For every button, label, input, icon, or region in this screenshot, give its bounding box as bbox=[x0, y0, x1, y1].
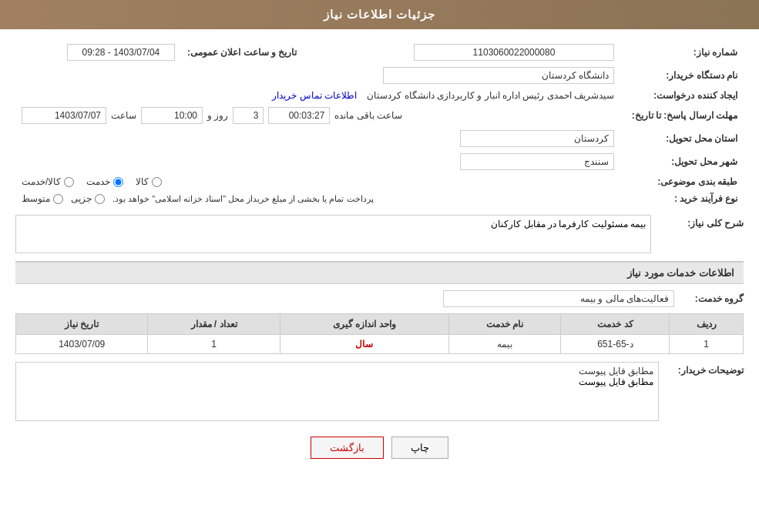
response-deadline-label: مهلت ارسال پاسخ: تا تاریخ: bbox=[620, 104, 744, 127]
info-row-6: شهر محل تحویل: bbox=[15, 150, 744, 173]
contact-link[interactable]: اطلاعات تماس خریدار bbox=[272, 90, 357, 101]
city-value bbox=[15, 150, 620, 173]
process-note: پرداخت تمام یا بخشی از مبلغ خریداز محل "… bbox=[113, 194, 374, 204]
process-medium-radio[interactable] bbox=[53, 194, 63, 204]
buyer-notes-textarea[interactable] bbox=[21, 376, 653, 415]
need-number-input[interactable] bbox=[414, 44, 614, 61]
need-number-value bbox=[327, 41, 620, 64]
date-label: تاریخ و ساعت اعلان عمومی: bbox=[181, 41, 304, 64]
category-goods-radio[interactable] bbox=[152, 177, 162, 187]
col-name: نام خدمت bbox=[449, 314, 561, 335]
category-both-label: کالا/خدمت bbox=[22, 176, 61, 187]
response-time-label: ساعت bbox=[111, 110, 136, 121]
info-row-1: شماره نیاز: تاریخ و ساعت اعلان عمومی: bbox=[15, 41, 744, 64]
col-quantity: تعداد / مقدار bbox=[148, 314, 280, 335]
services-table: ردیف کد خدمت نام خدمت واحد اندازه گیری ت… bbox=[15, 313, 744, 354]
need-number-label: شماره نیاز: bbox=[620, 41, 744, 64]
response-days-input[interactable] bbox=[233, 107, 264, 124]
print-button[interactable]: چاپ bbox=[391, 437, 448, 459]
creator-name: سیدشریف احمدی رئیس اداره انبار و کاربردا… bbox=[367, 90, 614, 101]
col-row: ردیف bbox=[670, 314, 744, 335]
category-both-item: کالا/خدمت bbox=[22, 176, 74, 187]
info-row-7: طبقه بندی موضوعی: کالا/خدمت خدمت کالا bbox=[15, 173, 744, 190]
buyer-notes-label: توضیحات خریدار: bbox=[659, 362, 744, 376]
date-input[interactable] bbox=[67, 44, 175, 61]
service-group-input[interactable] bbox=[443, 290, 674, 307]
info-row-5: استان محل تحویل: bbox=[15, 127, 744, 150]
cell-date: 1403/07/09 bbox=[16, 335, 148, 354]
need-description-row: شرح کلی نیاز: bbox=[15, 215, 744, 253]
remaining-time-label: ساعت باقی مانده bbox=[334, 110, 402, 121]
buyer-name-value bbox=[15, 64, 620, 87]
content-area: شماره نیاز: تاریخ و ساعت اعلان عمومی: نا… bbox=[0, 29, 759, 470]
process-medium-item: متوسط bbox=[22, 193, 63, 204]
need-description-textarea[interactable] bbox=[15, 215, 651, 253]
cell-row: 1 bbox=[670, 335, 744, 354]
buyer-name-input[interactable] bbox=[383, 67, 614, 84]
response-days-label: روز و bbox=[207, 110, 228, 121]
date-value bbox=[15, 41, 181, 64]
response-deadline-value: ساعت روز و ساعت باقی مانده bbox=[15, 104, 620, 127]
need-description-label: شرح کلی نیاز: bbox=[651, 215, 744, 229]
cell-quantity: 1 bbox=[148, 335, 280, 354]
info-row-8: نوع فرآیند خرید : متوسط جزیی پرداخت تمام… bbox=[15, 190, 744, 207]
col-unit: واحد اندازه گیری bbox=[280, 314, 448, 335]
service-group-label: گروه خدمت: bbox=[674, 293, 744, 304]
info-row-3: ایجاد کننده درخواست: سیدشریف احمدی رئیس … bbox=[15, 87, 744, 104]
col-date: تاریخ نیاز bbox=[16, 314, 148, 335]
province-value bbox=[15, 127, 620, 150]
page-title: جزئیات اطلاعات نیاز bbox=[324, 8, 435, 21]
info-table: شماره نیاز: تاریخ و ساعت اعلان عمومی: نا… bbox=[15, 41, 744, 207]
city-label: شهر محل تحویل: bbox=[620, 150, 744, 173]
province-label: استان محل تحویل: bbox=[620, 127, 744, 150]
category-label: طبقه بندی موضوعی: bbox=[620, 173, 744, 190]
category-service-radio[interactable] bbox=[113, 177, 123, 187]
col-code: کد خدمت bbox=[561, 314, 670, 335]
category-service-item: خدمت bbox=[86, 176, 123, 187]
back-button[interactable]: بازگشت bbox=[311, 437, 384, 459]
cell-code: د-65-651 bbox=[561, 335, 670, 354]
cell-unit: سال bbox=[280, 335, 448, 354]
process-partial-radio[interactable] bbox=[95, 194, 105, 204]
process-partial-item: جزیی bbox=[71, 193, 105, 204]
table-row: 1د-65-651بیمهسال11403/07/09 bbox=[16, 335, 744, 354]
category-goods-item: کالا bbox=[136, 176, 162, 187]
buyer-name-label: نام دستگاه خریدار: bbox=[620, 64, 744, 87]
province-input[interactable] bbox=[460, 130, 614, 147]
page-header: جزئیات اطلاعات نیاز bbox=[0, 0, 759, 29]
creator-value: سیدشریف احمدی رئیس اداره انبار و کاربردا… bbox=[15, 87, 620, 104]
response-time-input[interactable] bbox=[141, 107, 203, 124]
category-service-label: خدمت bbox=[86, 176, 110, 187]
info-row-4: مهلت ارسال پاسخ: تا تاریخ: ساعت روز و سا… bbox=[15, 104, 744, 127]
response-date-input[interactable] bbox=[22, 107, 106, 124]
process-partial-label: جزیی bbox=[71, 193, 92, 204]
service-group-row: گروه خدمت: bbox=[15, 290, 744, 307]
cell-name: بیمه bbox=[449, 335, 561, 354]
remaining-time-input[interactable] bbox=[268, 107, 330, 124]
info-row-2: نام دستگاه خریدار: bbox=[15, 64, 744, 87]
category-value: کالا/خدمت خدمت کالا bbox=[15, 173, 620, 190]
process-label: نوع فرآیند خرید : bbox=[620, 190, 744, 207]
category-both-radio[interactable] bbox=[64, 177, 74, 187]
process-value: متوسط جزیی پرداخت تمام یا بخشی از مبلغ خ… bbox=[15, 190, 620, 207]
buyer-notes-value: مطابق فایل پیوست bbox=[21, 366, 653, 376]
process-medium-label: متوسط bbox=[22, 193, 50, 204]
city-input[interactable] bbox=[460, 153, 614, 170]
buyer-notes-row: توضیحات خریدار: مطابق فایل پیوست bbox=[15, 362, 744, 421]
creator-label: ایجاد کننده درخواست: bbox=[620, 87, 744, 104]
page-wrapper: جزئیات اطلاعات نیاز شماره نیاز: تاریخ و … bbox=[0, 0, 759, 532]
services-section-title: اطلاعات خدمات مورد نیاز bbox=[15, 261, 744, 284]
category-goods-label: کالا bbox=[136, 176, 149, 187]
table-header-row: ردیف کد خدمت نام خدمت واحد اندازه گیری ت… bbox=[16, 314, 744, 335]
buttons-row: چاپ بازگشت bbox=[15, 437, 744, 459]
